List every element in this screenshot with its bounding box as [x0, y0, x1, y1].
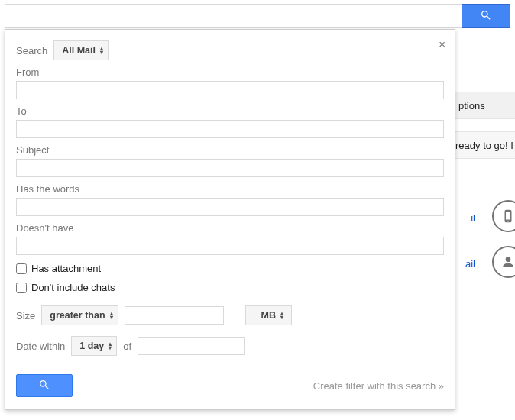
subject-input[interactable]: [16, 159, 444, 177]
has-attachment-label: Has attachment: [31, 263, 101, 274]
of-label: of: [123, 341, 131, 352]
advanced-search-submit-button[interactable]: [16, 374, 73, 397]
has-attachment-checkbox[interactable]: [16, 263, 27, 274]
search-icon: [480, 9, 492, 24]
link-fragment-1[interactable]: il: [471, 212, 475, 224]
search-scope-label: Search: [16, 45, 47, 57]
searchbar: [0, 0, 515, 28]
has-words-input[interactable]: [16, 198, 444, 216]
chevron-updown-icon: ▴▾: [110, 312, 113, 319]
search-scope-select[interactable]: All Mail ▴▾: [53, 40, 109, 60]
date-range-select[interactable]: 1 day ▴▾: [71, 336, 117, 356]
has-words-label: Has the words: [16, 183, 444, 195]
search-icon: [38, 379, 50, 393]
person-circle-icon[interactable]: [492, 246, 515, 278]
date-value-input[interactable]: [138, 337, 245, 355]
date-within-label: Date within: [16, 341, 65, 352]
create-filter-link[interactable]: Create filter with this search »: [313, 380, 444, 392]
chevron-updown-icon: ▴▾: [109, 342, 112, 350]
from-label: From: [16, 66, 444, 78]
dont-include-chats-checkbox[interactable]: [16, 283, 27, 293]
search-button[interactable]: [462, 4, 510, 28]
chevron-updown-icon: ▴▾: [280, 312, 283, 319]
from-input[interactable]: [16, 81, 444, 99]
dont-include-chats-label: Don't include chats: [31, 282, 115, 293]
to-input[interactable]: [16, 120, 444, 138]
doesnt-have-input[interactable]: [16, 237, 444, 255]
to-label: To: [16, 105, 444, 117]
search-input[interactable]: [5, 4, 462, 28]
size-label: Size: [16, 310, 35, 321]
chevron-updown-icon: ▴▾: [100, 47, 103, 54]
size-unit-value: MB: [261, 309, 276, 322]
toolbar-fragment-options: ptions: [454, 92, 515, 119]
search-scope-value: All Mail: [62, 44, 96, 57]
advanced-search-panel: × Search All Mail ▴▾ From To Subject Has…: [5, 29, 455, 410]
date-range-value: 1 day: [79, 339, 104, 353]
size-operator-select[interactable]: greater than ▴▾: [41, 305, 118, 325]
size-operator-value: greater than: [50, 309, 105, 322]
size-unit-select[interactable]: MB ▴▾: [245, 305, 292, 325]
phone-circle-icon[interactable]: [492, 200, 515, 232]
size-value-input[interactable]: [125, 306, 224, 325]
close-icon[interactable]: ×: [439, 37, 445, 50]
link-fragment-2[interactable]: ail: [465, 258, 475, 270]
banner-fragment-ready: ready to go! I: [454, 131, 515, 159]
doesnt-have-label: Doesn't have: [16, 222, 444, 234]
subject-label: Subject: [16, 144, 444, 156]
